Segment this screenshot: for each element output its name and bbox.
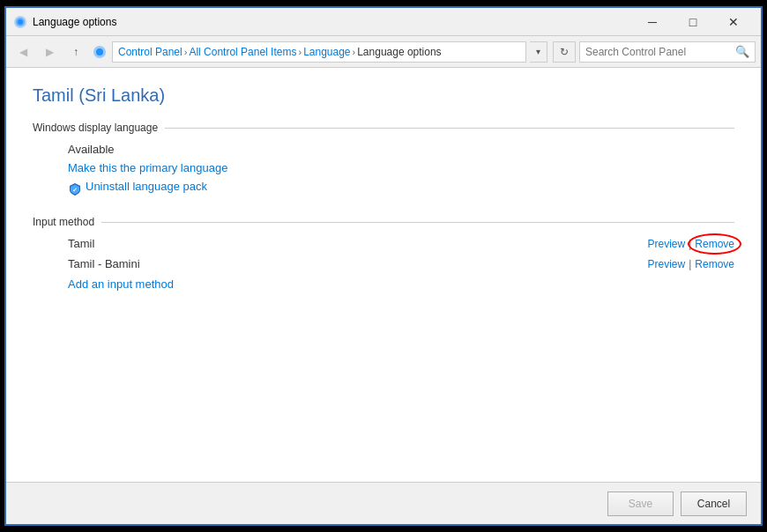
input-actions-tamil: Preview | Remove <box>648 238 735 250</box>
breadcrumb-item-allitems[interactable]: All Control Panel Items <box>189 46 296 58</box>
input-method-body: Tamil Preview | Remove Tamil - Bamini Pr… <box>33 237 734 296</box>
content-area: Tamil (Sri Lanka) Windows display langua… <box>6 68 761 482</box>
uninstall-link[interactable]: Uninstall language pack <box>86 180 207 193</box>
input-section-divider <box>101 222 734 223</box>
add-input-method-link[interactable]: Add an input method <box>68 277 174 291</box>
available-text: Available <box>68 143 734 156</box>
input-actions-bamini: Preview | Remove <box>648 258 735 270</box>
svg-point-4 <box>96 48 103 55</box>
preview-link-tamil[interactable]: Preview <box>648 238 686 250</box>
title-bar: Language options ─ □ ✕ <box>6 8 761 36</box>
input-method-name-tamil: Tamil <box>68 237 94 250</box>
input-method-label: Input method <box>33 216 94 228</box>
address-icon <box>93 45 107 59</box>
back-button[interactable]: ◀ <box>11 41 34 63</box>
make-primary-link[interactable]: Make this the primary language <box>68 161 227 174</box>
minimize-button[interactable]: ─ <box>632 9 673 35</box>
save-button[interactable]: Save <box>607 491 674 516</box>
breadcrumb-dropdown-button[interactable]: ▾ <box>530 41 547 63</box>
address-bar: ◀ ▶ ↑ Control Panel › All Control Panel … <box>6 36 761 68</box>
cancel-button[interactable]: Cancel <box>681 491 747 516</box>
window-controls: ─ □ ✕ <box>632 9 754 35</box>
section-divider <box>165 128 734 129</box>
svg-text:✓: ✓ <box>72 186 78 192</box>
search-box: 🔍 <box>579 41 756 63</box>
remove-link-tamil[interactable]: Remove <box>695 238 734 250</box>
forward-button[interactable]: ▶ <box>38 41 61 63</box>
input-method-section-header: Input method <box>33 216 734 228</box>
breadcrumb-item-language[interactable]: Language <box>303 46 350 58</box>
close-button[interactable]: ✕ <box>713 9 754 35</box>
up-button[interactable]: ↑ <box>64 41 87 63</box>
window-title: Language options <box>33 16 632 28</box>
windows-display-body: Available Make this the primary language… <box>33 143 734 198</box>
window-icon <box>13 15 27 29</box>
main-window: Language options ─ □ ✕ ◀ ▶ ↑ Control Pan… <box>4 6 763 526</box>
preview-link-bamini[interactable]: Preview <box>648 258 686 270</box>
input-method-name-bamini: Tamil - Bamini <box>68 257 140 270</box>
remove-highlighted: Remove <box>695 238 734 250</box>
search-input[interactable] <box>585 46 732 58</box>
remove-link-bamini[interactable]: Remove <box>695 258 734 270</box>
input-method-row-tamil: Tamil Preview | Remove <box>68 237 734 250</box>
page-title: Tamil (Sri Lanka) <box>33 85 734 106</box>
uninstall-link-row: ✓ Uninstall language pack <box>68 180 734 198</box>
shield-icon: ✓ <box>68 182 82 196</box>
windows-display-label: Windows display language <box>33 122 158 134</box>
breadcrumb: Control Panel › All Control Panel Items … <box>112 41 526 63</box>
footer: Save Cancel <box>6 482 761 524</box>
maximize-button[interactable]: □ <box>673 9 713 35</box>
svg-point-2 <box>18 19 23 25</box>
input-method-row-bamini: Tamil - Bamini Preview | Remove <box>68 257 734 270</box>
breadcrumb-item-current: Language options <box>357 46 441 58</box>
search-icon: 🔍 <box>735 45 749 58</box>
breadcrumb-item-controlpanel[interactable]: Control Panel <box>118 46 182 58</box>
windows-display-section-header: Windows display language <box>33 122 734 134</box>
refresh-button[interactable]: ↻ <box>553 41 576 63</box>
